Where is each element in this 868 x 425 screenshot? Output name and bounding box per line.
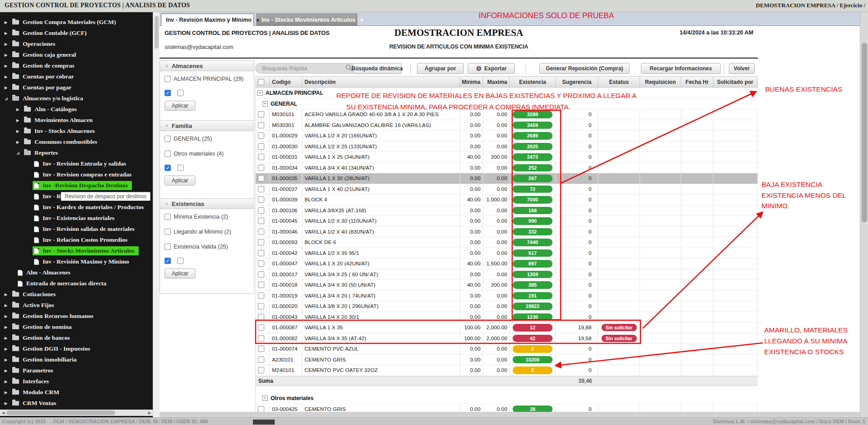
sidebar-item-3[interactable]: ▶Gestion caja general <box>0 49 153 60</box>
checkbox-unchecked[interactable] <box>258 154 264 160</box>
table-row[interactable]: 01-000106VARILLA 3/8X35 (AT-168)0.000.00… <box>256 205 758 216</box>
sidebar-item-29[interactable]: ▶Gestion de bancos <box>0 332 153 343</box>
group-row-1[interactable]: −Otros materiales <box>256 393 758 404</box>
sidebar-item-31[interactable]: ▶Gestion inmobiliaria <box>0 354 153 365</box>
checkbox-unchecked[interactable] <box>258 207 264 214</box>
sidebar-item-28[interactable]: ▶Gestion de nomina <box>0 322 153 332</box>
sidebar-item-27[interactable]: ▶Gestion Recursos humanos <box>0 311 153 322</box>
chevron-right-icon[interactable]: ▶ <box>5 401 11 405</box>
column-header-9[interactable]: Solicitado por <box>713 77 757 87</box>
checkbox-unchecked[interactable] <box>258 143 264 150</box>
sidebar-item-9[interactable]: ▶Movimientos Almacen <box>0 115 153 126</box>
table-row[interactable]: 01-000043VARILLA 1/4 X 20 30/10.000.0012… <box>256 312 758 323</box>
table-row[interactable]: 01-000019VARILLA 3/4 X 20 ( 74UN/AT)0.00… <box>256 291 758 302</box>
sidebar-item-35[interactable]: ▶CRM Ventas <box>0 398 153 409</box>
chevron-right-icon[interactable]: ▶ <box>5 20 11 24</box>
checkbox-unchecked[interactable] <box>258 367 264 373</box>
scrollbar-thumb[interactable] <box>6 410 115 415</box>
checkbox-unchecked[interactable] <box>258 175 264 181</box>
chevron-right-icon[interactable]: ▶ <box>5 314 11 318</box>
window-vertical-scrollbar[interactable] <box>860 12 868 417</box>
sidebar-item-11[interactable]: ▶Consumos combustibles <box>0 137 153 147</box>
column-header-4[interactable]: Existencia <box>510 77 556 87</box>
table-row[interactable]: 01-000035VARILLA 1 X 30 (28UN/AT)0.000.0… <box>256 173 758 184</box>
chevron-right-icon[interactable]: ▶ <box>16 107 23 112</box>
sidebar-item-19[interactable]: Inv - Revision salidas de materiales <box>0 224 153 234</box>
tab-stocks-movimientos[interactable]: Inv - Stocks Movimientos Articulos × <box>257 14 357 26</box>
table-row[interactable]: M240101CEMENTO PVC OATEY 32OZ0.000.0020 <box>256 365 758 376</box>
table-row[interactable]: 01-000020VARILLA 3/8 X 20 ( 296UN/AT)0.0… <box>256 301 758 312</box>
sidebar-item-24[interactable]: Entrada de mercancías directa <box>0 278 153 289</box>
sidebar-item-33[interactable]: ▶Interfaces <box>0 376 153 387</box>
chevron-right-icon[interactable]: ▶ <box>5 31 11 35</box>
chevron-right-icon[interactable]: ▶ <box>5 293 11 297</box>
sidebar-item-32[interactable]: ▶Parametros <box>0 365 153 376</box>
checkbox-unchecked[interactable] <box>258 271 264 278</box>
chevron-right-icon[interactable]: ▶ <box>5 303 11 308</box>
sidebar-item-0[interactable]: ▶Gestion Compra Materiales (GCM) <box>0 17 153 28</box>
table-row[interactable]: 01-000018VARILLA 3/4 X 30 (50 UN/AT)40.0… <box>256 280 758 291</box>
chevron-right-icon[interactable]: ▶ <box>5 369 11 373</box>
apply-button[interactable]: Aplicar <box>165 176 195 186</box>
scrollbar-thumb[interactable] <box>155 16 159 49</box>
checkbox-unchecked[interactable] <box>258 186 264 192</box>
checkbox-unchecked[interactable] <box>177 258 184 264</box>
sidebar-item-12[interactable]: Reportes <box>0 147 153 158</box>
checkbox-unchecked[interactable] <box>258 357 264 363</box>
sidebar-item-6[interactable]: ▶Cuentas por pagar <box>0 82 153 93</box>
chevron-right-icon[interactable]: ▶ <box>5 86 11 90</box>
sidebar-item-34[interactable]: ▶Modulo CRM <box>0 387 153 398</box>
table-row[interactable]: 01-000039BLOCK 440.001,000.0070000 <box>256 195 758 205</box>
column-header-6[interactable]: Estatus <box>598 77 640 87</box>
checkbox-unchecked[interactable] <box>258 239 264 245</box>
table-row[interactable]: 01-000087VARILLA 1 X 35100.002,000.00121… <box>256 322 758 333</box>
search-input[interactable] <box>255 63 358 73</box>
checkbox-unchecked[interactable] <box>258 303 264 309</box>
sidebar-item-5[interactable]: ▶Cuentas por cobrar <box>0 71 153 82</box>
scroll-right-icon[interactable]: ▶ <box>147 410 152 415</box>
sidebar-item-22[interactable]: Inv - Revisión Maximo y Minimo <box>0 256 153 267</box>
table-row[interactable]: 01-000031VARILLA 1 X 25 (34UN/AT)40.0020… <box>256 152 758 163</box>
sidebar-item-4[interactable]: ▶Gestion de compras <box>0 60 153 71</box>
table-row[interactable]: 01-000047VARILLA 1 X 20 (42UN/AT)40.001,… <box>256 259 758 269</box>
generate-replenishment-button[interactable]: Generar Reposición (Compra) <box>539 63 630 74</box>
table-row[interactable]: 01-000034VARILLA 3/4 X 40 (34UN/AT)0.000… <box>256 163 758 174</box>
checkbox-unchecked[interactable] <box>258 229 264 235</box>
chevron-right-icon[interactable]: ▶ <box>5 358 11 362</box>
filter-section-header[interactable]: ˅Familia <box>160 120 254 131</box>
column-header-5[interactable]: Sugerencia <box>556 77 598 87</box>
column-header-3[interactable]: Maxima <box>483 77 510 87</box>
checkbox-unchecked[interactable] <box>258 324 264 331</box>
header-select-checkbox[interactable] <box>256 77 270 87</box>
checkbox-unchecked[interactable] <box>258 79 264 85</box>
sidebar-item-26[interactable]: ▶Activo Fijos <box>0 300 153 311</box>
column-header-8[interactable]: Fecha Hr <box>681 77 713 87</box>
apply-button[interactable]: Aplicar <box>165 101 195 111</box>
table-row[interactable]: 01-000045VARILLA 1/2 X 30 (110UN/AT)0.00… <box>256 216 758 227</box>
scrollbar-thumb[interactable] <box>862 43 867 222</box>
sidebar-item-14[interactable]: Inv - Revision compras e entradas <box>0 169 153 180</box>
chevron-right-icon[interactable]: ▶ <box>16 129 23 133</box>
checkbox-unchecked[interactable] <box>177 165 184 171</box>
apply-button[interactable]: Aplicar <box>165 269 195 278</box>
checkbox-unchecked[interactable] <box>165 244 171 250</box>
column-header-7[interactable]: Requisicion <box>640 77 681 87</box>
checkbox-unchecked[interactable] <box>165 229 171 235</box>
scroll-left-icon[interactable]: ◀ <box>0 410 6 415</box>
chevron-right-icon[interactable]: ▶ <box>5 53 11 57</box>
sidebar-item-21[interactable]: Inv - Stocks Movimientos Articulos <box>0 245 153 256</box>
back-button[interactable]: Volver <box>729 63 755 74</box>
table-row[interactable]: 01-000093BLOCK DE 60.000.0074400 <box>256 237 758 248</box>
table-row[interactable]: 01-000029VARILLA 1/2 X 20 (166UN/AT)0.00… <box>256 131 758 142</box>
reload-info-button[interactable]: Recargar Informaciones <box>641 63 721 74</box>
close-icon[interactable]: × <box>256 17 260 24</box>
chevron-right-icon[interactable]: ▶ <box>5 42 11 46</box>
tab-revision-maximo-minimo[interactable]: Inv - Revisión Maximo y Minimo × <box>161 14 254 26</box>
sidebar-horizontal-scrollbar[interactable]: ◀ ▶ <box>0 410 153 416</box>
chevron-right-icon[interactable]: ▶ <box>5 75 11 79</box>
checkbox-unchecked[interactable] <box>258 282 264 288</box>
chevron-right-icon[interactable]: ▶ <box>5 347 11 351</box>
chevron-right-icon[interactable]: ▶ <box>5 325 11 329</box>
sidebar-item-13[interactable]: Inv - Revision Entrada y salidas <box>0 158 153 169</box>
sidebar-item-15[interactable]: Inv -Revision Despacho Destinos <box>0 180 153 191</box>
